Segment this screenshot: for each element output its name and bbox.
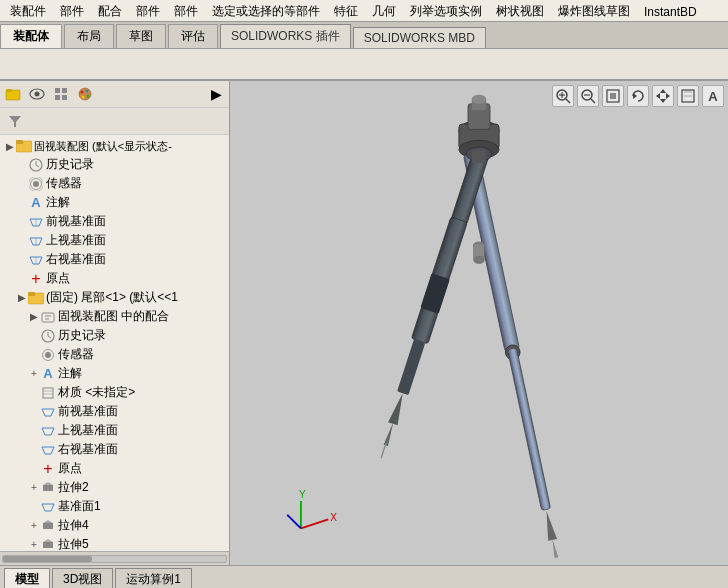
tree-root[interactable]: ▶ 固视装配图 (默认<显示状态- <box>0 137 229 155</box>
clock-icon2 <box>40 328 56 344</box>
tab-sw-plugin[interactable]: SOLIDWORKS 插件 <box>220 24 351 48</box>
menu-part1[interactable]: 部件 <box>54 2 90 21</box>
menu-part3[interactable]: 部件 <box>168 2 204 21</box>
expand-extrude4[interactable]: + <box>28 520 40 532</box>
sensor-label: 传感器 <box>46 175 82 192</box>
menu-part2[interactable]: 部件 <box>130 2 166 21</box>
mate-group-icon <box>40 309 56 325</box>
viewport[interactable]: A <box>230 81 728 565</box>
expand-extrude5[interactable]: + <box>28 539 40 551</box>
svg-point-19 <box>33 181 39 187</box>
plane-right-icon <box>28 252 44 268</box>
material-label: 材质 <未指定> <box>58 384 135 401</box>
sidebar-btn-eye[interactable] <box>26 83 48 105</box>
base-plane1-icon <box>40 499 56 515</box>
svg-marker-42 <box>42 428 54 435</box>
tree-component-tail[interactable]: ▶ (固定) 尾部<1> (默认<<1 <box>0 288 229 307</box>
svg-marker-41 <box>42 409 54 416</box>
sidebar-btn-folder[interactable] <box>2 83 24 105</box>
expand-root[interactable]: ▶ <box>4 140 16 152</box>
menu-select-parts[interactable]: 选定或选择的等部件 <box>206 2 326 21</box>
plane-top-icon <box>28 233 44 249</box>
tab-3d-view[interactable]: 3D视图 <box>52 568 113 588</box>
tree-top-plane2[interactable]: 上视基准面 <box>0 421 229 440</box>
expand-mate-group[interactable]: ▶ <box>28 311 40 323</box>
sidebar-btn-palette[interactable] <box>74 83 96 105</box>
tree-origin2[interactable]: + 原点 <box>0 459 229 478</box>
tree-extrude2[interactable]: + 拉伸2 <box>0 478 229 497</box>
tree-front-plane[interactable]: 前视基准面 <box>0 212 229 231</box>
tree-extrude5[interactable]: + 拉伸5 <box>0 535 229 551</box>
expand-extrude2[interactable]: + <box>28 482 40 494</box>
sidebar-btn-expand[interactable]: ▶ <box>205 83 227 105</box>
sidebar-toolbar: ▶ <box>0 81 229 108</box>
menu-assemble[interactable]: 装配件 <box>4 2 52 21</box>
expand-front-plane <box>16 216 28 228</box>
tree-history2[interactable]: 历史记录 <box>0 326 229 345</box>
tab-assemble[interactable]: 装配体 <box>0 24 62 48</box>
menu-instantbd[interactable]: InstantBD <box>638 4 703 20</box>
svg-point-36 <box>45 352 51 358</box>
tree-history[interactable]: 历史记录 <box>0 155 229 174</box>
sidebar-btn-filter[interactable] <box>4 110 26 132</box>
expand-sensor2 <box>28 349 40 361</box>
menu-explode[interactable]: 爆炸图线草图 <box>552 2 636 21</box>
menu-geometry[interactable]: 几何 <box>366 2 402 21</box>
svg-line-96 <box>301 519 328 528</box>
menu-list-instances[interactable]: 列举选项实例 <box>404 2 488 21</box>
right-plane2-label: 右视基准面 <box>58 441 118 458</box>
tree-top-plane[interactable]: 上视基准面 <box>0 231 229 250</box>
tree-mate-group[interactable]: ▶ 固视装配图 中的配合 <box>0 307 229 326</box>
svg-text:Y: Y <box>299 489 306 500</box>
tree-front-plane2[interactable]: 前视基准面 <box>0 402 229 421</box>
expand-annotation2[interactable]: + <box>28 368 40 380</box>
model-svg: X Y <box>230 81 728 565</box>
tab-model[interactable]: 模型 <box>4 568 50 588</box>
tree-right-plane2[interactable]: 右视基准面 <box>0 440 229 459</box>
tree-annotation[interactable]: A 注解 <box>0 193 229 212</box>
tree-extrude4[interactable]: + 拉伸4 <box>0 516 229 535</box>
component-tail-label: (固定) 尾部<1> (默认<<1 <box>46 289 178 306</box>
sidebar-btn-grid[interactable] <box>50 83 72 105</box>
tree-material[interactable]: 材质 <未指定> <box>0 383 229 402</box>
tree-sensor2[interactable]: 传感器 <box>0 345 229 364</box>
menu-tree-view[interactable]: 树状视图 <box>490 2 550 21</box>
tree-annotation2[interactable]: + A 注解 <box>0 364 229 383</box>
history-label: 历史记录 <box>46 156 94 173</box>
expand-origin2 <box>28 463 40 475</box>
tree-base-plane1[interactable]: 基准面1 <box>0 497 229 516</box>
tree-right-plane[interactable]: 右视基准面 <box>0 250 229 269</box>
expand-base-plane1 <box>28 501 40 513</box>
svg-point-95 <box>474 256 485 263</box>
ribbon: 装配体 布局 草图 评估 SOLIDWORKS 插件 SOLIDWORKS MB… <box>0 22 728 81</box>
svg-marker-48 <box>43 520 53 523</box>
main-layout: ▶ ▶ 固视装配图 (默认<显示状态- 历史 <box>0 81 728 565</box>
tree-origin[interactable]: + 原点 <box>0 269 229 288</box>
mate-group-label: 固视装配图 中的配合 <box>58 308 169 325</box>
origin2-label: 原点 <box>58 460 82 477</box>
tab-motion[interactable]: 运动算例1 <box>115 568 192 588</box>
svg-point-10 <box>86 90 89 93</box>
svg-rect-38 <box>43 388 53 398</box>
tree-sensor[interactable]: 传感器 <box>0 174 229 193</box>
tab-layout[interactable]: 布局 <box>64 24 114 48</box>
svg-marker-89 <box>384 421 396 446</box>
expand-component-tail[interactable]: ▶ <box>16 292 28 304</box>
plane-front-icon <box>28 214 44 230</box>
svg-rect-49 <box>43 542 53 548</box>
menu-fit[interactable]: 配合 <box>92 2 128 21</box>
component-icon <box>28 290 44 306</box>
tab-sw-mbd[interactable]: SOLIDWORKS MBD <box>353 27 486 48</box>
extrude5-label: 拉伸5 <box>58 536 89 551</box>
svg-rect-7 <box>62 95 67 100</box>
ribbon-tabs: 装配体 布局 草图 评估 SOLIDWORKS 插件 SOLIDWORKS MB… <box>0 22 728 49</box>
menu-feature[interactable]: 特征 <box>328 2 364 21</box>
top-plane-label: 上视基准面 <box>46 232 106 249</box>
status-tabs: 模型 3D视图 运动算例1 <box>4 568 192 588</box>
svg-rect-4 <box>55 88 60 93</box>
tab-sketch[interactable]: 草图 <box>116 24 166 48</box>
expand-right-plane2 <box>28 444 40 456</box>
sensor-icon <box>28 176 44 192</box>
tab-evaluate[interactable]: 评估 <box>168 24 218 48</box>
svg-point-12 <box>82 96 85 99</box>
